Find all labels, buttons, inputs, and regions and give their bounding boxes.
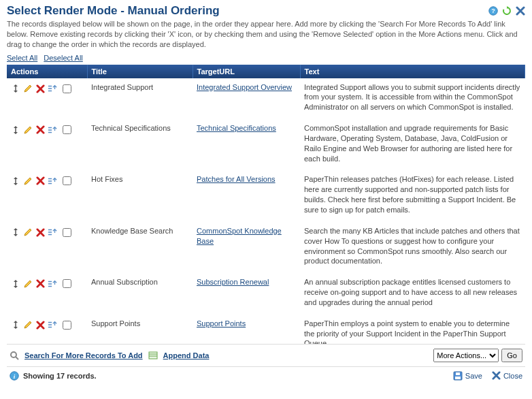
delete-icon[interactable]	[35, 279, 45, 289]
drag-handle-icon[interactable]	[11, 279, 20, 289]
edit-icon[interactable]	[23, 227, 33, 237]
delete-icon[interactable]	[35, 227, 45, 237]
edit-icon[interactable]	[23, 125, 33, 135]
edit-icon[interactable]	[23, 84, 33, 93]
row-text: An annual subscription package entitles …	[300, 273, 525, 315]
reorder-icon[interactable]	[48, 227, 57, 237]
info-icon: i	[10, 371, 19, 381]
row-checkbox[interactable]	[63, 125, 71, 134]
table-row: Technical SpecificationsTechnical Specif…	[7, 119, 525, 170]
search-icon[interactable]	[10, 351, 19, 360]
row-title: Technical Specifications	[87, 119, 193, 170]
svg-point-9	[11, 352, 16, 357]
drag-handle-icon[interactable]	[11, 84, 20, 93]
append-data-link[interactable]: Append Data	[163, 351, 210, 360]
row-checkbox[interactable]	[63, 176, 71, 185]
row-url-link[interactable]: Technical Specifications	[197, 124, 276, 132]
svg-rect-18	[456, 372, 460, 375]
row-url-link[interactable]: Patches for All Versions	[197, 175, 276, 183]
close-label: Close	[503, 372, 522, 380]
row-title: Annual Subscription	[87, 273, 193, 315]
table-row: Integrated SupportIntegrated Support Ove…	[7, 78, 525, 120]
save-button[interactable]: Save	[453, 371, 482, 381]
go-button[interactable]: Go	[501, 349, 522, 362]
select-all-link[interactable]: Select All	[7, 54, 37, 62]
col-url: TargetURL	[193, 65, 300, 78]
drag-handle-icon[interactable]	[11, 320, 20, 330]
row-checkbox[interactable]	[63, 279, 71, 288]
deselect-all-link[interactable]: Deselect All	[44, 54, 82, 62]
svg-rect-17	[455, 377, 461, 379]
row-url-link[interactable]: CommonSpot Knowledge Base	[197, 227, 282, 245]
row-checkbox[interactable]	[63, 228, 71, 237]
row-text: CommonSpot installation and upgrade requ…	[300, 119, 525, 170]
row-url-link[interactable]: Integrated Support Overview	[197, 83, 292, 91]
edit-icon[interactable]	[23, 279, 33, 289]
page-title: Select Render Mode - Manual Ordering	[7, 4, 488, 18]
more-actions-select[interactable]: More Actions...	[433, 349, 499, 362]
reorder-icon[interactable]	[48, 125, 57, 135]
svg-rect-11	[149, 352, 157, 359]
drag-handle-icon[interactable]	[11, 125, 20, 135]
delete-icon[interactable]	[35, 320, 45, 330]
col-title: Title	[87, 65, 193, 78]
table-row: Hot FixesPatches for All VersionsPaperTh…	[7, 170, 525, 221]
save-label: Save	[465, 372, 482, 380]
table-row: Annual SubscriptionSubscription RenewalA…	[7, 273, 525, 315]
status-text: Showing 17 records.	[23, 372, 97, 380]
row-text: Search the many KB Articles that include…	[300, 222, 525, 273]
svg-line-10	[16, 357, 18, 360]
page-description: The records displayed below will be show…	[7, 19, 525, 50]
reorder-icon[interactable]	[48, 320, 57, 330]
row-title: Knowledge Base Search	[87, 222, 193, 273]
close-button[interactable]: Close	[492, 371, 522, 380]
reorder-icon[interactable]	[48, 279, 57, 289]
row-url-link[interactable]: Subscription Renewal	[197, 278, 269, 286]
reorder-icon[interactable]	[48, 84, 57, 93]
close-icon[interactable]	[516, 6, 525, 16]
edit-icon[interactable]	[23, 320, 33, 330]
row-checkbox[interactable]	[63, 84, 71, 93]
drag-handle-icon[interactable]	[11, 227, 20, 237]
edit-icon[interactable]	[23, 176, 33, 186]
search-more-link[interactable]: Search For More Records To Add	[24, 351, 143, 360]
svg-text:?: ?	[491, 7, 495, 14]
col-actions: Actions	[7, 65, 87, 78]
table-row: Support PointsSupport PointsPaperThin em…	[7, 315, 525, 344]
drag-handle-icon[interactable]	[11, 176, 20, 186]
row-checkbox[interactable]	[63, 321, 71, 330]
row-text: Integrated Support allows you to submit …	[300, 78, 525, 120]
row-title: Hot Fixes	[87, 170, 193, 221]
delete-icon[interactable]	[35, 125, 45, 135]
row-text: PaperThin employs a point system to enab…	[300, 315, 525, 344]
help-icon[interactable]: ?	[488, 6, 498, 16]
row-url-link[interactable]: Support Points	[197, 319, 246, 328]
records-table: Actions Title TargetURL Text	[7, 65, 525, 78]
refresh-icon[interactable]	[502, 6, 512, 16]
row-title: Support Points	[87, 315, 193, 344]
row-title: Integrated Support	[87, 78, 193, 120]
append-icon[interactable]	[148, 351, 158, 360]
reorder-icon[interactable]	[48, 176, 57, 186]
col-text: Text	[300, 65, 525, 78]
row-text: PaperThin releases patches (HotFixes) fo…	[300, 170, 525, 221]
delete-icon[interactable]	[35, 176, 45, 186]
table-row: Knowledge Base SearchCommonSpot Knowledg…	[7, 222, 525, 273]
delete-icon[interactable]	[35, 84, 45, 93]
